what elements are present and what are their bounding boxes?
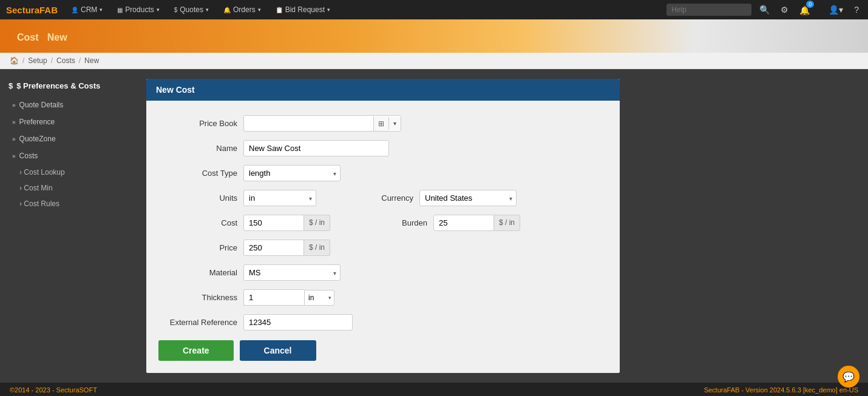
cost-type-label: Cost Type (158, 169, 237, 178)
price-book-record-icon[interactable]: ⊞ (373, 116, 388, 131)
units-currency-row: Units in ft mm cm ▾ Currency (158, 190, 608, 206)
brand-name-part2: FAB (39, 5, 58, 15)
sidebar-item-cost-min[interactable]: › Cost Min (0, 180, 137, 196)
units-select-wrapper: in ft mm cm ▾ (243, 190, 316, 206)
form-body: Price Book ⊞ ▾ Name Cost Type (146, 101, 620, 373)
sidebar-cost-lookup-label: Cost Lookup (24, 168, 64, 176)
sidebar-item-preference[interactable]: » Preference (0, 113, 137, 130)
nav-quotes-label: Quotes (180, 5, 203, 14)
notifications-icon[interactable]: 🔔0 (796, 4, 821, 16)
cost-type-row: Cost Type length area weight quantity ▾ (158, 165, 608, 181)
name-row: Name (158, 140, 608, 156)
nav-products-label: Products (125, 5, 154, 14)
cancel-button[interactable]: Cancel (240, 340, 316, 361)
price-book-input-wrapper: ⊞ ▾ (243, 115, 401, 132)
nav-crm[interactable]: 👤 CRM ▾ (65, 3, 109, 16)
breadcrumb-costs[interactable]: Costs (56, 56, 75, 65)
external-reference-input[interactable] (243, 314, 353, 331)
units-select[interactable]: in ft mm cm (243, 190, 316, 206)
thickness-input-group: in mm ▾ (243, 289, 334, 306)
sidebar-cost-rules-label: Cost Rules (24, 200, 59, 208)
help-search-input[interactable] (666, 4, 751, 16)
price-book-label: Price Book (158, 119, 237, 128)
currency-row: Currency United States Euro GBP ▾ (334, 190, 517, 206)
material-select[interactable]: MS SS AL (243, 264, 341, 281)
units-row: Units in ft mm cm ▾ (158, 190, 316, 206)
nav-products[interactable]: ▦ Products ▾ (111, 3, 165, 16)
form-card-header: New Cost (146, 79, 620, 101)
sidebar-costs-label: Costs (19, 152, 38, 160)
sidebar-item-cost-lookup[interactable]: › Cost Lookup (0, 164, 137, 180)
search-icon[interactable]: 🔍 (756, 4, 773, 16)
top-nav: SecturaFAB 👤 CRM ▾ ▦ Products ▾ $ Quotes… (0, 0, 868, 19)
nav-orders-caret: ▾ (258, 7, 261, 13)
sidebar: $ $ Preferences & Costs » Quote Details … (0, 69, 137, 383)
cost-suffix: $ / in (304, 215, 330, 231)
sidebar-item-quote-details[interactable]: » Quote Details (0, 96, 137, 113)
units-label: Units (158, 193, 237, 203)
brand-logo: SecturaFAB (6, 5, 58, 15)
sidebar-cost-min-label: Cost Min (24, 184, 52, 192)
create-button[interactable]: Create (158, 340, 234, 361)
main-layout: $ $ Preferences & Costs » Quote Details … (0, 69, 868, 383)
sub-arrow-icon: › (19, 200, 22, 208)
content-area: New Cost Price Book ⊞ ▾ Name (137, 69, 868, 383)
breadcrumb-new: New (84, 56, 99, 65)
sidebar-preferences-costs[interactable]: $ $ Preferences & Costs (0, 75, 137, 96)
sidebar-quote-details-label: Quote Details (19, 101, 64, 109)
nav-crm-caret: ▾ (100, 7, 103, 13)
thickness-unit-select[interactable]: in mm (304, 290, 334, 306)
sidebar-item-costs[interactable]: » Costs (0, 147, 137, 164)
page-title: Cost New (12, 29, 67, 44)
footer-version: SecturaFAB - Version 2024.5.6.3 [kec_dem… (704, 386, 858, 394)
nav-products-caret: ▾ (157, 7, 160, 13)
cost-input[interactable] (243, 215, 304, 231)
price-label: Price (158, 243, 237, 252)
sidebar-item-quotezone[interactable]: » QuoteZone (0, 130, 137, 147)
form-title: New Cost (156, 85, 195, 95)
settings-icon[interactable]: ⚙ (778, 4, 792, 16)
sidebar-quotezone-label: QuoteZone (19, 135, 56, 143)
help-icon[interactable]: ? (851, 4, 862, 16)
material-label: Material (158, 268, 237, 277)
external-reference-label: External Reference (158, 318, 237, 327)
price-input[interactable] (243, 240, 304, 256)
cost-type-select[interactable]: length area weight quantity (243, 165, 341, 181)
arrow-icon: » (12, 102, 16, 109)
burden-input[interactable] (433, 215, 494, 231)
burden-label: Burden (348, 218, 427, 227)
currency-select[interactable]: United States Euro GBP (419, 190, 517, 206)
notification-badge: 0 (806, 1, 814, 8)
footer: ©2014 - 2023 - SecturaSOFT SecturaFAB - … (0, 383, 868, 396)
breadcrumb-home[interactable]: 🏠 (10, 56, 19, 65)
nav-orders[interactable]: 🔔 Orders ▾ (217, 3, 267, 16)
brand-name-part1: Sectura (6, 5, 39, 15)
arrow-icon: » (12, 136, 16, 143)
external-reference-row: External Reference (158, 314, 608, 331)
action-row: Create Cancel (158, 340, 608, 361)
price-book-input[interactable] (244, 116, 373, 131)
price-book-row: Price Book ⊞ ▾ (158, 115, 608, 132)
new-cost-form-card: New Cost Price Book ⊞ ▾ Name (146, 79, 620, 373)
arrow-icon: » (12, 119, 16, 126)
user-icon[interactable]: 👤▾ (826, 4, 846, 16)
burden-suffix: $ / in (494, 215, 520, 231)
nav-bid-request[interactable]: 📋 Bid Request ▾ (270, 3, 336, 16)
chat-button[interactable]: 💬 (838, 366, 860, 388)
sidebar-item-cost-rules[interactable]: › Cost Rules (0, 196, 137, 212)
nav-quotes-caret: ▾ (206, 7, 209, 13)
nav-crm-label: CRM (81, 5, 97, 14)
dollar-icon: $ (8, 81, 13, 90)
sidebar-preference-label: Preference (19, 118, 55, 126)
material-row: Material MS SS AL ▾ (158, 264, 608, 281)
thickness-input[interactable] (243, 289, 304, 306)
name-input[interactable] (243, 140, 389, 156)
material-select-wrapper: MS SS AL ▾ (243, 264, 341, 281)
cost-label: Cost (158, 218, 237, 227)
price-book-dropdown-btn[interactable]: ▾ (388, 117, 401, 130)
breadcrumb-setup[interactable]: Setup (28, 56, 47, 65)
nav-bid-request-caret: ▾ (327, 7, 330, 13)
nav-bid-request-label: Bid Request (285, 5, 325, 14)
cost-burden-row: Cost $ / in Burden $ / in (158, 215, 608, 231)
nav-quotes[interactable]: $ Quotes ▾ (168, 3, 215, 16)
